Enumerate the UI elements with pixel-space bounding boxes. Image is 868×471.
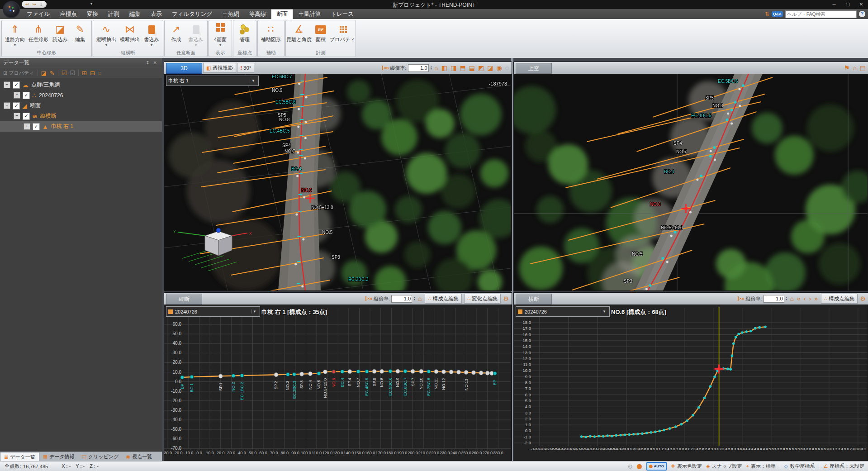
first-section-icon[interactable]: « — [796, 295, 802, 302]
profile-chart[interactable]: 60.050.040.030.020.010.00.0-10.0-20.0-30… — [164, 304, 511, 461]
profile-point[interactable] — [293, 372, 296, 376]
cross-point[interactable] — [732, 343, 735, 345]
record-icon[interactable]: ◎ — [628, 463, 633, 469]
profile-point[interactable] — [396, 369, 400, 373]
profile-point[interactable] — [449, 370, 453, 374]
cross-point[interactable] — [602, 435, 605, 438]
edit-breakpoints-button[interactable]: ∴変化点編集 — [464, 294, 501, 304]
cross-point[interactable] — [703, 396, 706, 399]
tab-3d[interactable]: 3D — [166, 63, 202, 74]
edit-pen-icon[interactable]: ✎ — [50, 70, 55, 76]
profile-point[interactable] — [441, 370, 446, 374]
tree-expander[interactable]: + — [24, 123, 30, 130]
cross-section-chart[interactable]: 18.017.016.015.014.013.012.011.010.09.08… — [514, 304, 868, 461]
profile-point[interactable] — [457, 370, 461, 374]
cross-point[interactable] — [593, 435, 596, 438]
ribbon-button-補助図形[interactable]: ∷補助図形 — [259, 21, 283, 47]
tree-checkbox[interactable]: ✓ — [23, 113, 30, 120]
cross-point[interactable] — [741, 331, 744, 334]
ribbon-button-4画面[interactable]: 4画面▼ — [210, 21, 230, 47]
profile-point[interactable] — [419, 369, 423, 373]
panel-tab-視点一覧[interactable]: ◉視点一覧 — [123, 452, 156, 461]
tree-item-点群/三角網[interactable]: −✓☁点群/三角網 — [0, 80, 162, 90]
minimize-button[interactable]: ─ — [827, 0, 841, 9]
tree-expander[interactable]: − — [4, 81, 10, 88]
cross-point[interactable] — [709, 385, 712, 388]
tab-cross[interactable]: 横断 — [516, 294, 552, 304]
close-button[interactable]: ✕ — [854, 0, 868, 9]
ribbon-tab-7[interactable]: 三角網 — [217, 9, 244, 19]
panel-tab-データ一覧[interactable]: ≣データ一覧 — [0, 452, 39, 461]
cross-point[interactable] — [663, 429, 665, 432]
cross-point[interactable] — [632, 433, 635, 436]
view-cube-bottom-icon[interactable]: ⬓ — [468, 64, 476, 71]
profile-point[interactable] — [427, 370, 431, 373]
profile-point[interactable] — [380, 369, 384, 373]
profile-point[interactable] — [180, 376, 184, 379]
collapse-all-icon[interactable]: ⊟ — [90, 70, 95, 76]
vscale-spinner[interactable]: ▲▼ — [413, 296, 416, 301]
tree-item-断面[interactable]: −✓◢断面 — [0, 100, 162, 111]
property-button[interactable]: ⊞ プロパティ — [3, 70, 34, 76]
perspective-toggle[interactable]: ◧ 透視投影 — [203, 63, 236, 73]
view-cube-left-icon[interactable]: ◩ — [477, 64, 485, 71]
profile-point[interactable] — [190, 375, 194, 379]
ribbon-button-プロパティ[interactable]: プロパティ — [331, 21, 354, 47]
tree-expander[interactable]: + — [14, 92, 20, 99]
ribbon-button-横断抽出[interactable]: ⋈横断抽出 — [118, 21, 142, 47]
walk-mode-icon[interactable]: ⬤ — [636, 463, 642, 469]
ribbon-tab-10[interactable]: 土量計算 — [293, 9, 326, 19]
vscale-input[interactable]: 1.0 — [764, 295, 784, 303]
uncheck-tree-icon[interactable]: ☑ — [70, 70, 75, 76]
profile-point[interactable] — [286, 373, 289, 376]
last-section-icon[interactable]: » — [813, 295, 819, 302]
cross-point[interactable] — [758, 326, 761, 329]
view-cube-back-icon[interactable]: ◨ — [450, 64, 457, 71]
math-coordinate-button[interactable]: ◇ 数学座標系 — [784, 463, 815, 470]
tree-expander[interactable]: − — [4, 102, 10, 109]
cross-point[interactable] — [619, 434, 622, 437]
maximize-button[interactable]: ▢ — [841, 0, 854, 9]
cross-point[interactable] — [624, 433, 626, 436]
cross-point[interactable] — [611, 435, 613, 438]
profile-point[interactable] — [365, 370, 369, 373]
next-section-icon[interactable]: › — [808, 295, 812, 302]
tree-checkbox[interactable]: ✓ — [23, 92, 30, 99]
home-view-icon[interactable]: ⌂ — [852, 64, 857, 71]
profile-point[interactable] — [403, 370, 407, 373]
ribbon-button-管理[interactable]: 管理 — [235, 21, 255, 47]
ribbon-tab-8[interactable]: 等高線 — [244, 9, 271, 19]
cross-point[interactable] — [735, 336, 737, 338]
lasso-icon[interactable]: ◌ — [504, 64, 510, 71]
tree-checkbox[interactable]: ✓ — [13, 102, 20, 109]
tree-item-縦横断[interactable]: −✓≋縦横断 — [0, 111, 162, 121]
cross-point[interactable] — [669, 427, 671, 430]
cross-point[interactable] — [686, 419, 688, 422]
profile-point[interactable] — [434, 370, 438, 374]
profile-point[interactable] — [274, 373, 278, 377]
home-view-icon[interactable]: ⌂ — [789, 295, 795, 302]
ribbon-button-書込み[interactable]: 書込み▼ — [142, 21, 161, 47]
ribbon-button-作成[interactable]: ↗作成 — [166, 21, 186, 47]
ribbon-button-編集[interactable]: ✎編集 — [70, 21, 90, 47]
cross-point[interactable] — [680, 423, 683, 426]
dataset-dropdown[interactable]: 20240726 ▼ — [516, 306, 610, 317]
cross-point[interactable] — [641, 433, 644, 435]
close-panel-icon[interactable]: ✕ — [152, 60, 159, 65]
cross-point[interactable] — [598, 435, 600, 438]
cross-point[interactable] — [659, 430, 661, 433]
display-color-settings-button[interactable]: ❖ 表示色設定 — [671, 463, 702, 470]
cross-point[interactable] — [754, 327, 757, 330]
ribbon-tab-11[interactable]: トレース — [326, 9, 359, 19]
expand-all-icon[interactable]: ⊞ — [82, 70, 87, 76]
cross-point[interactable] — [654, 431, 657, 433]
vscale-spinner[interactable]: ▲▼ — [786, 296, 788, 301]
cross-point[interactable] — [606, 434, 609, 437]
tree-checkbox[interactable]: ✓ — [33, 123, 40, 130]
fov-field[interactable]: ! 30° — [237, 63, 254, 73]
edit-points-button[interactable]: ∴構成点編集 — [425, 294, 462, 304]
ribbon-button-道路方向[interactable]: ⇑道路方向▼ — [3, 21, 27, 47]
check-tree-icon[interactable]: ☑ — [62, 70, 67, 76]
point-cloud-3d-view[interactable]: EC.6BC.7NO.9EC.5BC.6SP5NO.8EC.4BC.5SP4NO… — [164, 74, 511, 290]
profile-point[interactable] — [308, 372, 312, 376]
